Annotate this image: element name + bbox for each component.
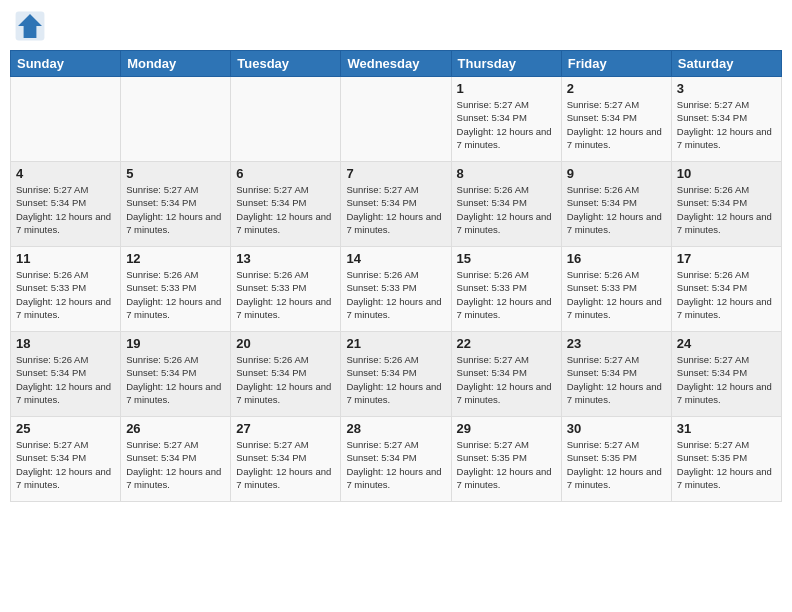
- calendar-cell: 24Sunrise: 5:27 AM Sunset: 5:34 PM Dayli…: [671, 332, 781, 417]
- day-number: 1: [457, 81, 556, 96]
- calendar-week-row: 1Sunrise: 5:27 AM Sunset: 5:34 PM Daylig…: [11, 77, 782, 162]
- calendar-cell: [121, 77, 231, 162]
- day-number: 19: [126, 336, 225, 351]
- calendar-cell: 16Sunrise: 5:26 AM Sunset: 5:33 PM Dayli…: [561, 247, 671, 332]
- calendar-header-sunday: Sunday: [11, 51, 121, 77]
- day-info: Sunrise: 5:26 AM Sunset: 5:33 PM Dayligh…: [457, 268, 556, 321]
- calendar-header-row: SundayMondayTuesdayWednesdayThursdayFrid…: [11, 51, 782, 77]
- calendar-cell: 1Sunrise: 5:27 AM Sunset: 5:34 PM Daylig…: [451, 77, 561, 162]
- day-info: Sunrise: 5:27 AM Sunset: 5:35 PM Dayligh…: [677, 438, 776, 491]
- day-info: Sunrise: 5:26 AM Sunset: 5:33 PM Dayligh…: [236, 268, 335, 321]
- page-header: [10, 10, 782, 42]
- day-info: Sunrise: 5:27 AM Sunset: 5:34 PM Dayligh…: [236, 183, 335, 236]
- day-number: 16: [567, 251, 666, 266]
- day-number: 23: [567, 336, 666, 351]
- day-number: 27: [236, 421, 335, 436]
- day-number: 14: [346, 251, 445, 266]
- day-number: 21: [346, 336, 445, 351]
- calendar-cell: 3Sunrise: 5:27 AM Sunset: 5:34 PM Daylig…: [671, 77, 781, 162]
- day-info: Sunrise: 5:27 AM Sunset: 5:34 PM Dayligh…: [567, 98, 666, 151]
- day-info: Sunrise: 5:27 AM Sunset: 5:35 PM Dayligh…: [457, 438, 556, 491]
- calendar-cell: 15Sunrise: 5:26 AM Sunset: 5:33 PM Dayli…: [451, 247, 561, 332]
- day-number: 7: [346, 166, 445, 181]
- calendar-cell: [11, 77, 121, 162]
- calendar-cell: 6Sunrise: 5:27 AM Sunset: 5:34 PM Daylig…: [231, 162, 341, 247]
- calendar-cell: 31Sunrise: 5:27 AM Sunset: 5:35 PM Dayli…: [671, 417, 781, 502]
- calendar-week-row: 25Sunrise: 5:27 AM Sunset: 5:34 PM Dayli…: [11, 417, 782, 502]
- calendar-cell: 21Sunrise: 5:26 AM Sunset: 5:34 PM Dayli…: [341, 332, 451, 417]
- day-info: Sunrise: 5:26 AM Sunset: 5:33 PM Dayligh…: [567, 268, 666, 321]
- day-info: Sunrise: 5:27 AM Sunset: 5:34 PM Dayligh…: [346, 183, 445, 236]
- day-info: Sunrise: 5:27 AM Sunset: 5:34 PM Dayligh…: [346, 438, 445, 491]
- day-info: Sunrise: 5:27 AM Sunset: 5:34 PM Dayligh…: [126, 438, 225, 491]
- calendar-cell: 20Sunrise: 5:26 AM Sunset: 5:34 PM Dayli…: [231, 332, 341, 417]
- day-number: 26: [126, 421, 225, 436]
- calendar-header-friday: Friday: [561, 51, 671, 77]
- day-number: 4: [16, 166, 115, 181]
- day-number: 12: [126, 251, 225, 266]
- day-number: 3: [677, 81, 776, 96]
- calendar-cell: 29Sunrise: 5:27 AM Sunset: 5:35 PM Dayli…: [451, 417, 561, 502]
- day-number: 28: [346, 421, 445, 436]
- calendar-cell: 14Sunrise: 5:26 AM Sunset: 5:33 PM Dayli…: [341, 247, 451, 332]
- calendar-cell: [231, 77, 341, 162]
- day-info: Sunrise: 5:27 AM Sunset: 5:34 PM Dayligh…: [126, 183, 225, 236]
- calendar-cell: 5Sunrise: 5:27 AM Sunset: 5:34 PM Daylig…: [121, 162, 231, 247]
- day-info: Sunrise: 5:26 AM Sunset: 5:33 PM Dayligh…: [346, 268, 445, 321]
- day-info: Sunrise: 5:26 AM Sunset: 5:33 PM Dayligh…: [126, 268, 225, 321]
- calendar-cell: 25Sunrise: 5:27 AM Sunset: 5:34 PM Dayli…: [11, 417, 121, 502]
- calendar-cell: 23Sunrise: 5:27 AM Sunset: 5:34 PM Dayli…: [561, 332, 671, 417]
- calendar-cell: 17Sunrise: 5:26 AM Sunset: 5:34 PM Dayli…: [671, 247, 781, 332]
- calendar-cell: 9Sunrise: 5:26 AM Sunset: 5:34 PM Daylig…: [561, 162, 671, 247]
- day-info: Sunrise: 5:26 AM Sunset: 5:34 PM Dayligh…: [677, 268, 776, 321]
- generalblue-icon: [14, 10, 46, 42]
- day-number: 11: [16, 251, 115, 266]
- day-number: 2: [567, 81, 666, 96]
- day-number: 8: [457, 166, 556, 181]
- calendar-cell: 8Sunrise: 5:26 AM Sunset: 5:34 PM Daylig…: [451, 162, 561, 247]
- calendar-week-row: 4Sunrise: 5:27 AM Sunset: 5:34 PM Daylig…: [11, 162, 782, 247]
- day-info: Sunrise: 5:27 AM Sunset: 5:34 PM Dayligh…: [16, 438, 115, 491]
- day-info: Sunrise: 5:26 AM Sunset: 5:33 PM Dayligh…: [16, 268, 115, 321]
- day-number: 10: [677, 166, 776, 181]
- day-number: 5: [126, 166, 225, 181]
- day-number: 17: [677, 251, 776, 266]
- calendar-cell: 26Sunrise: 5:27 AM Sunset: 5:34 PM Dayli…: [121, 417, 231, 502]
- day-info: Sunrise: 5:26 AM Sunset: 5:34 PM Dayligh…: [457, 183, 556, 236]
- calendar-cell: 10Sunrise: 5:26 AM Sunset: 5:34 PM Dayli…: [671, 162, 781, 247]
- day-info: Sunrise: 5:27 AM Sunset: 5:34 PM Dayligh…: [677, 353, 776, 406]
- day-number: 31: [677, 421, 776, 436]
- day-number: 20: [236, 336, 335, 351]
- day-number: 25: [16, 421, 115, 436]
- day-number: 18: [16, 336, 115, 351]
- calendar-cell: 11Sunrise: 5:26 AM Sunset: 5:33 PM Dayli…: [11, 247, 121, 332]
- calendar-cell: 27Sunrise: 5:27 AM Sunset: 5:34 PM Dayli…: [231, 417, 341, 502]
- calendar-cell: 28Sunrise: 5:27 AM Sunset: 5:34 PM Dayli…: [341, 417, 451, 502]
- day-number: 13: [236, 251, 335, 266]
- calendar-cell: 13Sunrise: 5:26 AM Sunset: 5:33 PM Dayli…: [231, 247, 341, 332]
- day-info: Sunrise: 5:27 AM Sunset: 5:34 PM Dayligh…: [677, 98, 776, 151]
- calendar-header-tuesday: Tuesday: [231, 51, 341, 77]
- calendar-week-row: 18Sunrise: 5:26 AM Sunset: 5:34 PM Dayli…: [11, 332, 782, 417]
- calendar-header-monday: Monday: [121, 51, 231, 77]
- calendar-cell: 4Sunrise: 5:27 AM Sunset: 5:34 PM Daylig…: [11, 162, 121, 247]
- day-info: Sunrise: 5:27 AM Sunset: 5:35 PM Dayligh…: [567, 438, 666, 491]
- day-info: Sunrise: 5:26 AM Sunset: 5:34 PM Dayligh…: [677, 183, 776, 236]
- day-number: 9: [567, 166, 666, 181]
- day-number: 15: [457, 251, 556, 266]
- day-number: 29: [457, 421, 556, 436]
- calendar-header-wednesday: Wednesday: [341, 51, 451, 77]
- calendar-cell: 30Sunrise: 5:27 AM Sunset: 5:35 PM Dayli…: [561, 417, 671, 502]
- day-number: 6: [236, 166, 335, 181]
- day-info: Sunrise: 5:27 AM Sunset: 5:34 PM Dayligh…: [567, 353, 666, 406]
- day-number: 30: [567, 421, 666, 436]
- calendar-table: SundayMondayTuesdayWednesdayThursdayFrid…: [10, 50, 782, 502]
- day-info: Sunrise: 5:27 AM Sunset: 5:34 PM Dayligh…: [16, 183, 115, 236]
- day-info: Sunrise: 5:26 AM Sunset: 5:34 PM Dayligh…: [126, 353, 225, 406]
- calendar-cell: 18Sunrise: 5:26 AM Sunset: 5:34 PM Dayli…: [11, 332, 121, 417]
- calendar-cell: [341, 77, 451, 162]
- day-info: Sunrise: 5:27 AM Sunset: 5:34 PM Dayligh…: [457, 353, 556, 406]
- day-info: Sunrise: 5:26 AM Sunset: 5:34 PM Dayligh…: [236, 353, 335, 406]
- day-info: Sunrise: 5:26 AM Sunset: 5:34 PM Dayligh…: [16, 353, 115, 406]
- calendar-cell: 2Sunrise: 5:27 AM Sunset: 5:34 PM Daylig…: [561, 77, 671, 162]
